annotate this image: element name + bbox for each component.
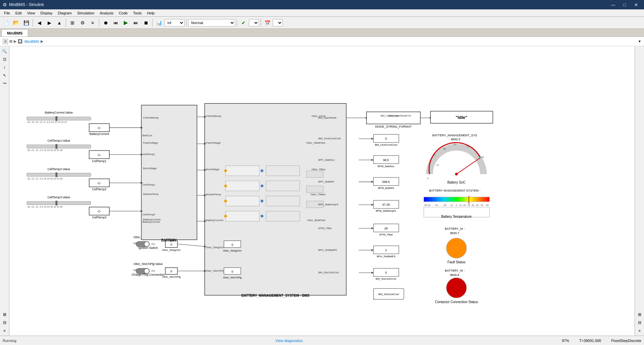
display-battsoc-label: BPM_BattSoc — [378, 165, 394, 168]
bms-port-stssignon: Obsr_StsIgnOn — [206, 246, 224, 249]
celltemp1-slider-track[interactable] — [27, 145, 91, 148]
forward-button[interactable]: ▶ — [45, 18, 54, 27]
up-button[interactable]: ▲ — [55, 18, 64, 27]
bms-inner-block5 — [266, 166, 300, 176]
zoom-in-tool[interactable]: 🔍 — [1, 48, 8, 55]
menu-tools[interactable]: Tools — [130, 10, 145, 16]
faultstatus-circle — [446, 238, 467, 258]
status-right: 97% T=39091.000 FixedStepDiscrete — [562, 339, 641, 343]
close-button[interactable]: ✕ — [631, 1, 641, 8]
bms-port-moduletemp: ModuleTemp — [206, 193, 221, 196]
simulink-canvas[interactable]: BatteryCurrent:Value -24 -20 -16 -12 -8 … — [9, 46, 644, 336]
mtm-tbat-port-label: MTM_TBat — [318, 227, 332, 230]
menu-diagram[interactable]: Diagram — [55, 10, 74, 16]
new-button[interactable]: 📄 — [1, 18, 11, 27]
menu-file[interactable]: File — [1, 10, 13, 16]
bms-inner-block8 — [266, 211, 300, 221]
breadcrumb-model[interactable]: MiniBMS — [24, 40, 39, 44]
signal-dropdown[interactable]: inf — [164, 19, 184, 26]
save-button[interactable]: 💾 — [21, 18, 31, 27]
bms-port-busvoltage: BusVoltage — [206, 168, 219, 171]
ignition-const-value: 0 — [170, 243, 172, 246]
battery-in-batterycurrent: BatteryCurrent — [143, 218, 161, 221]
arrow-battsoc — [372, 159, 374, 161]
right-toolbar: ⊞ ⊟ » — [635, 46, 644, 336]
arrow-battwh — [372, 181, 374, 183]
expand-right-tool[interactable]: » — [636, 327, 643, 334]
display-stsctctrcnct-value: 0 — [385, 271, 387, 274]
contactorstatus-circle — [446, 278, 467, 298]
celltemp2-slider-track[interactable] — [27, 173, 91, 177]
right-tool1[interactable]: ⊞ — [636, 311, 643, 318]
celltemp2-slider-thumb[interactable] — [55, 172, 57, 177]
step-fwd-button[interactable]: ⏭ — [131, 18, 141, 27]
schedule-button[interactable]: 📅 — [263, 18, 272, 27]
step-back-button[interactable]: ⏮ — [111, 18, 120, 27]
toolbar: 📄 📂 💾 ◀ ▶ ▲ ⊞ ⚙ ≡ ⏺ ⏮ ▶ ⏭ ⏹ 📊 inf Normal… — [0, 17, 644, 29]
breadcrumb-dropdown-arrow[interactable]: ▼ — [638, 40, 641, 43]
bfh-stsbattflt-port-label: BFH_StsBattFlt — [318, 249, 337, 252]
status-progress: 97% — [562, 339, 569, 343]
menu-display[interactable]: Display — [38, 10, 55, 16]
stop-button[interactable]: ⏹ — [141, 18, 151, 27]
schedule-dropdown[interactable] — [273, 19, 283, 26]
minimize-button[interactable]: — — [608, 1, 619, 8]
signal-button[interactable]: 📊 — [154, 18, 164, 27]
sep7 — [261, 19, 261, 27]
maximize-button[interactable]: □ — [619, 1, 630, 8]
tab-minibms[interactable]: MiniBMS — [1, 29, 28, 37]
chplg-toggle-thumb[interactable] — [144, 269, 149, 273]
display-stsbattflt-label: BFH_StsBattFlt — [377, 255, 395, 258]
display-tbat-value: 28 — [384, 227, 388, 230]
bottom-tool2[interactable]: ⊟ — [1, 319, 8, 326]
menu-view[interactable]: View — [24, 10, 38, 16]
battery-current-slider-thumb[interactable] — [55, 116, 57, 121]
celltemp1-slider-thumb[interactable] — [55, 144, 57, 149]
bottom-tool1[interactable]: ⊞ — [1, 311, 8, 318]
menu-edit[interactable]: Edit — [13, 10, 24, 16]
check-button[interactable]: ✔ — [239, 18, 248, 27]
battery-current-slider-track[interactable] — [27, 117, 91, 120]
simscape-button[interactable]: ⊞ — [68, 18, 77, 27]
battery-port-celltemp1: CellTemp1 — [142, 153, 155, 156]
ignition-toggle-thumb[interactable] — [144, 242, 149, 247]
display-tbat-label: MTM_TBat — [379, 233, 393, 236]
settings-button[interactable]: ⚙ — [78, 18, 87, 27]
ignition-on-label: On — [152, 243, 155, 246]
battery-const-label: -C- — [97, 126, 102, 130]
display-ctctrcnctcmd-value: 0 — [385, 137, 387, 140]
chplg-value-label: Obsr_StsChPlg:Value — [133, 262, 163, 266]
menu-code[interactable]: Code — [116, 10, 130, 16]
battsoc-needle-pivot — [455, 173, 458, 176]
record-button[interactable]: ⏺ — [101, 18, 110, 27]
battsoc-gauge-90: 90 — [467, 145, 470, 148]
celltemp3-slider-thumb[interactable] — [55, 201, 57, 205]
display-battwh-label: BPM_BattWh — [378, 187, 394, 190]
check-dropdown[interactable] — [249, 19, 259, 26]
run-button[interactable]: ▶ — [121, 18, 130, 27]
temp-scale-m28: -28 — [443, 204, 446, 206]
signal-tool[interactable]: 〜 — [1, 80, 8, 87]
right-tool2[interactable]: ⊟ — [636, 319, 643, 326]
battsoc-gauge-title: BATTERY_MANAGEMENT_SYS — [432, 134, 477, 137]
expand-tool[interactable]: » — [1, 327, 8, 334]
menu-simulation[interactable]: Simulation — [74, 10, 97, 16]
bm-opermode-port-label: BM_OperMode — [318, 116, 337, 119]
mode-dropdown[interactable]: Normal Accelerator Rapid Accelerator — [188, 19, 235, 26]
library-button[interactable]: ≡ — [88, 18, 97, 27]
pan-tool[interactable]: ↕ — [1, 64, 8, 71]
breadcrumb-nav-icon[interactable]: ⊙ — [3, 39, 8, 44]
menu-analysis[interactable]: Analysis — [97, 10, 116, 16]
mode-string-format-block[interactable] — [367, 112, 421, 124]
celltemp3-slider-track[interactable] — [27, 201, 91, 205]
fit-tool[interactable]: ⊡ — [1, 56, 8, 63]
bms-ignition-port: Obsr_StsIgnOn — [223, 249, 241, 252]
bms-dot1 — [224, 169, 227, 172]
arrow-stsbattflt — [372, 249, 374, 251]
view-diagnostics-link[interactable]: View diagnostics — [23, 339, 555, 343]
back-button[interactable]: ◀ — [35, 18, 44, 27]
menu-help[interactable]: Help — [144, 10, 157, 16]
celltemp2-const-label: -C- — [97, 182, 102, 185]
open-button[interactable]: 📂 — [11, 18, 21, 27]
select-tool[interactable]: ↖ — [1, 72, 8, 79]
